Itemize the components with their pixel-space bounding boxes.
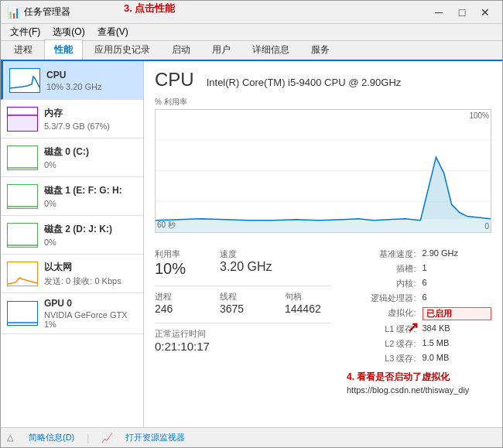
svg-marker-4 [156,157,491,232]
disk0-value: 0% [44,160,137,169]
annotation-step4: 4. 看看是否启动了虚拟化 [347,371,491,384]
chart-wrapper: % 利用率 100% 60 秒 0 [155,97,491,233]
stats-left: 利用率 10% 速度 3.20 GHz 进程 246 [155,248,331,395]
stat-uptime: 正常运行时间 0:21:10:17 [155,328,331,353]
sockets-value: 1 [423,263,492,275]
sidebar-item-memory[interactable]: 内存 5.3/7.9 GB (67%) [1,100,143,139]
memory-name: 内存 [44,107,137,120]
stats-right: 基准速度: 2.90 GHz 插槽: 1 内核: 6 逻辑处理器: 6 虚拟化:… [347,248,491,395]
utilization-value: 10% [155,260,201,278]
cpu-title: CPU [155,69,194,91]
monitor-icon: 📈 [101,433,113,443]
chart-x-start: 60 秒 [157,220,176,231]
right-panel: CPU Intel(R) Core(TM) i5-9400 CPU @ 2.90… [144,61,502,427]
logical-processors-value: 6 [423,292,492,304]
handles-value: 144462 [285,303,331,315]
network-value: 发送: 0 接收: 0 Kbps [44,275,137,287]
disk2-info: 磁盘 2 (D: J: K:) 0% [44,223,137,247]
disk1-value: 0% [44,199,137,208]
l3-cache-label: L3 缓存: [347,353,416,364]
stat-threads: 线程 3675 [220,291,266,315]
maximize-button[interactable]: □ [451,4,473,21]
disk1-name: 磁盘 1 (E: F: G: H: [44,184,137,197]
memory-mini-graph [7,107,38,132]
chart-y-label: % 利用率 [155,97,491,108]
sidebar-item-network[interactable]: 以太网 发送: 0 接收: 0 Kbps [1,255,143,293]
title-bar: 📊 任务管理器 3. 点击性能 ─ □ ✕ [1,1,502,24]
memory-info: 内存 5.3/7.9 GB (67%) [44,107,137,131]
cpu-value: 10% 3.20 GHz [46,82,137,91]
menu-file[interactable]: 文件(F) [4,24,46,40]
utilization-label: 利用率 [155,248,201,260]
cpu-name: CPU [46,70,137,80]
disk0-info: 磁盘 0 (C:) 0% [44,145,137,169]
cpu-chart: 100% 60 秒 0 [155,109,491,233]
l1-cache-value: 384 KB [423,323,492,335]
cpu-mini-graph [9,68,40,93]
svg-rect-0 [8,114,37,131]
chevron-up-icon: △ [7,433,13,443]
l2-cache-label: L2 缓存: [347,338,416,350]
stat-speed: 速度 3.20 GHz [220,248,272,278]
disk0-name: 磁盘 0 (C:) [44,145,137,159]
sidebar-item-disk2[interactable]: 磁盘 2 (D: J: K:) 0% [1,216,143,255]
stat-row-1: 利用率 10% 速度 3.20 GHz [155,248,331,278]
sidebar-item-disk0[interactable]: 磁盘 0 (C:) 0% [1,139,143,177]
bottom-bar: △ 简略信息(D) | 📈 打开资源监视器 [1,427,502,447]
uptime-value: 0:21:10:17 [155,340,331,353]
network-mini-graph [7,262,38,286]
chart-x-end: 0 [484,222,489,231]
stat-utilization: 利用率 10% [155,248,201,278]
stat-processes: 进程 246 [155,291,201,315]
tab-bar: 进程 性能 应用历史记录 启动 用户 详细信息 服务 [1,41,502,61]
tab-details[interactable]: 详细信息 [242,39,299,60]
base-speed-label: 基准速度: [347,248,416,260]
tab-process[interactable]: 进程 [4,39,43,60]
disk2-mini-graph [7,223,38,248]
summary-info-button[interactable]: 简略信息(D) [29,432,74,443]
tab-users[interactable]: 用户 [202,39,241,60]
menu-options[interactable]: 选项(O) [46,24,91,40]
l1-cache-label: L1 缓存: [347,323,416,335]
tab-performance[interactable]: 性能 [44,39,83,60]
tab-startup[interactable]: 启动 [162,39,200,60]
disk1-info: 磁盘 1 (E: F: G: H: 0% [44,184,137,208]
virtualization-value: 已启用 [423,307,492,320]
cores-label: 内核: [347,278,416,289]
threads-label: 线程 [220,291,266,303]
right-stats-grid: 基准速度: 2.90 GHz 插槽: 1 内核: 6 逻辑处理器: 6 虚拟化:… [347,248,491,364]
processes-label: 进程 [155,291,201,303]
cores-value: 6 [423,278,492,289]
task-manager-window: 📊 任务管理器 3. 点击性能 ─ □ ✕ 文件(F) 选项(O) 查看(V) … [0,0,503,448]
menu-view[interactable]: 查看(V) [91,24,135,40]
network-name: 以太网 [44,261,137,274]
cpu-info: CPU 10% 3.20 GHz [46,70,137,91]
sidebar-item-disk1[interactable]: 磁盘 1 (E: F: G: H: 0% [1,177,143,216]
left-panel: CPU 10% 3.20 GHz 内存 5.3/7.9 GB (67%) [1,61,144,427]
speed-value: 3.20 GHz [220,260,272,274]
open-resource-monitor-button[interactable]: 打开资源监视器 [125,432,185,443]
handles-label: 句柄 [285,291,331,303]
sidebar-item-cpu[interactable]: CPU 10% 3.20 GHz [1,61,143,100]
memory-value: 5.3/7.9 GB (67%) [44,121,137,131]
sockets-label: 插槽: [347,263,416,275]
disk0-mini-graph [7,145,38,170]
gpu-info: GPU 0 NVIDIA GeForce GTX1% [44,298,137,329]
cpu-model: Intel(R) Core(TM) i5-9400 CPU @ 2.90GHz [207,77,402,88]
menu-bar: 文件(F) 选项(O) 查看(V) [1,24,502,41]
tab-services[interactable]: 服务 [301,39,340,60]
gpu-name: GPU 0 [44,298,137,309]
sidebar-item-gpu[interactable]: GPU 0 NVIDIA GeForce GTX1% [1,293,143,334]
logical-processors-label: 逻辑处理器: [347,292,416,304]
close-button[interactable]: ✕ [474,4,496,21]
minimize-button[interactable]: ─ [428,4,450,21]
speed-label: 速度 [220,248,272,260]
window-title: 任务管理器 [24,5,428,19]
disk2-value: 0% [44,238,137,247]
tab-app-history[interactable]: 应用历史记录 [84,39,160,60]
stats-section: 利用率 10% 速度 3.20 GHz 进程 246 [155,248,491,395]
disk2-name: 磁盘 2 (D: J: K:) [44,223,137,236]
l2-cache-value: 1.5 MB [423,338,492,350]
l3-cache-value: 9.0 MB [423,353,492,364]
stat-row-2: 进程 246 线程 3675 句柄 144462 [155,291,331,315]
